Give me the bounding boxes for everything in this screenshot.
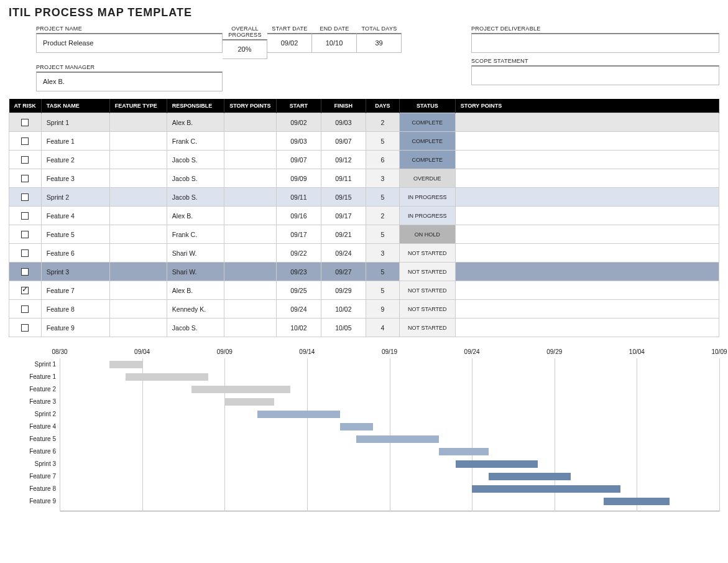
cell-finish[interactable]: 09/29 [321,281,366,300]
cell-story-points-2[interactable] [455,244,719,263]
cell-at-risk[interactable] [9,169,42,188]
cell-finish[interactable]: 10/02 [321,300,366,319]
cell-story-points[interactable] [224,113,276,132]
cell-story-points-2[interactable] [455,225,719,244]
checkbox-icon[interactable] [21,119,29,126]
cell-at-risk[interactable] [9,113,42,132]
cell-at-risk[interactable] [9,132,42,151]
cell-at-risk[interactable] [9,207,42,225]
input-project-name[interactable]: Product Release [36,33,223,53]
cell-responsible[interactable]: Jacob S. [167,319,224,337]
cell-feature-type[interactable] [109,244,167,263]
cell-task-name[interactable]: Sprint 3 [41,263,109,281]
cell-responsible[interactable]: Alex B. [167,113,224,132]
cell-days[interactable]: 2 [366,207,399,225]
cell-days[interactable]: 9 [366,300,399,319]
cell-feature-type[interactable] [109,207,167,225]
cell-story-points[interactable] [224,151,276,169]
cell-responsible[interactable]: Shari W. [167,244,224,263]
checkbox-icon[interactable] [21,268,29,276]
cell-status[interactable]: NOT STARTED [399,281,455,300]
cell-status[interactable]: NOT STARTED [399,244,455,263]
cell-days[interactable]: 3 [366,169,399,188]
cell-days[interactable]: 5 [366,281,399,300]
cell-story-points[interactable] [224,319,276,337]
cell-days[interactable]: 5 [366,263,399,281]
cell-story-points-2[interactable] [455,113,719,132]
cell-at-risk[interactable] [9,151,42,169]
cell-story-points-2[interactable] [455,281,719,300]
cell-feature-type[interactable] [109,225,167,244]
cell-finish[interactable]: 09/15 [321,188,366,207]
cell-responsible[interactable]: Alex B. [167,281,224,300]
cell-responsible[interactable]: Shari W. [167,263,224,281]
cell-story-points-2[interactable] [455,263,719,281]
cell-responsible[interactable]: Alex B. [167,207,224,225]
cell-finish[interactable]: 09/17 [321,207,366,225]
cell-story-points-2[interactable] [455,132,719,151]
cell-finish[interactable]: 09/27 [321,263,366,281]
input-scope-statement[interactable] [471,65,719,85]
cell-status[interactable]: COMPLETE [399,151,455,169]
cell-story-points[interactable] [224,207,276,225]
cell-finish[interactable]: 09/21 [321,225,366,244]
cell-status[interactable]: COMPLETE [399,113,455,132]
cell-story-points[interactable] [224,225,276,244]
cell-feature-type[interactable] [109,188,167,207]
cell-story-points[interactable] [224,169,276,188]
cell-days[interactable]: 2 [366,113,399,132]
cell-task-name[interactable]: Feature 7 [41,281,109,300]
cell-start[interactable]: 10/02 [276,319,321,337]
cell-feature-type[interactable] [109,151,167,169]
checkbox-icon[interactable] [21,175,29,182]
cell-task-name[interactable]: Feature 6 [41,244,109,263]
cell-feature-type[interactable] [109,300,167,319]
checkbox-icon[interactable] [21,287,29,294]
checkbox-icon[interactable] [21,249,29,257]
cell-task-name[interactable]: Feature 8 [41,300,109,319]
cell-feature-type[interactable] [109,263,167,281]
cell-at-risk[interactable] [9,188,42,207]
cell-feature-type[interactable] [109,281,167,300]
cell-task-name[interactable]: Feature 4 [41,207,109,225]
cell-responsible[interactable]: Frank C. [167,225,224,244]
cell-status[interactable]: COMPLETE [399,132,455,151]
cell-finish[interactable]: 09/07 [321,132,366,151]
cell-task-name[interactable]: Feature 1 [41,132,109,151]
cell-story-points-2[interactable] [455,207,719,225]
cell-story-points-2[interactable] [455,300,719,319]
cell-story-points[interactable] [224,263,276,281]
cell-responsible[interactable]: Kennedy K. [167,300,224,319]
cell-start[interactable]: 09/07 [276,151,321,169]
cell-story-points-2[interactable] [455,151,719,169]
cell-days[interactable]: 3 [366,244,399,263]
cell-story-points[interactable] [224,300,276,319]
cell-finish[interactable]: 09/12 [321,151,366,169]
cell-story-points-2[interactable] [455,169,719,188]
cell-start[interactable]: 09/11 [276,188,321,207]
cell-start[interactable]: 09/03 [276,132,321,151]
cell-at-risk[interactable] [9,244,42,263]
cell-task-name[interactable]: Feature 2 [41,151,109,169]
cell-story-points-2[interactable] [455,319,719,337]
cell-status[interactable]: IN PROGRESS [399,188,455,207]
input-project-manager[interactable]: Alex B. [36,72,223,91]
cell-start[interactable]: 09/16 [276,207,321,225]
cell-status[interactable]: NOT STARTED [399,319,455,337]
cell-feature-type[interactable] [109,319,167,337]
cell-status[interactable]: NOT STARTED [399,300,455,319]
cell-responsible[interactable]: Jacob S. [167,151,224,169]
input-project-deliverable[interactable] [471,33,719,53]
cell-start[interactable]: 09/17 [276,225,321,244]
cell-status[interactable]: IN PROGRESS [399,207,455,225]
cell-finish[interactable]: 09/03 [321,113,366,132]
cell-start[interactable]: 09/23 [276,263,321,281]
cell-start[interactable]: 09/22 [276,244,321,263]
cell-at-risk[interactable] [9,263,42,281]
cell-days[interactable]: 4 [366,319,399,337]
cell-task-name[interactable]: Sprint 2 [41,188,109,207]
cell-start[interactable]: 09/25 [276,281,321,300]
cell-task-name[interactable]: Feature 5 [41,225,109,244]
cell-finish[interactable]: 09/11 [321,169,366,188]
cell-task-name[interactable]: Sprint 1 [41,113,109,132]
